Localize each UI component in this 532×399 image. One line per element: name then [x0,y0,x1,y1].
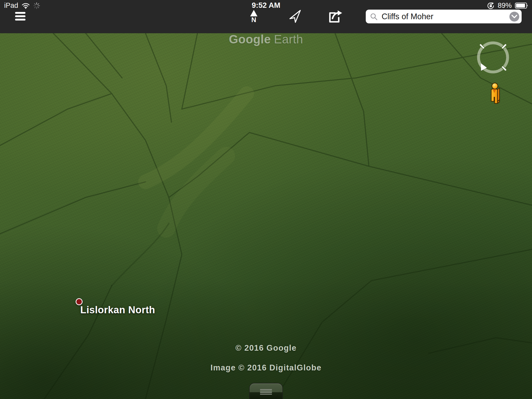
north-arrow-icon [250,10,257,16]
google-earth-app: GoogleEarth [0,0,532,399]
orientation-lock-icon [487,2,495,10]
copyright-google: © 2016 Google [0,343,532,353]
share-icon [327,10,342,23]
search-input[interactable] [381,12,509,22]
search-icon [370,13,377,20]
compass-ring-icon [475,39,511,76]
google-earth-watermark: GoogleEarth [0,32,532,46]
chevron-down-icon [511,15,517,18]
my-location-button[interactable] [287,9,301,23]
pegman-icon[interactable] [489,83,502,104]
watermark-product: Earth [274,32,303,46]
copyright-digitalglobe: Image © 2016 DigitalGlobe [0,363,532,373]
search-dropdown-button[interactable] [509,12,519,22]
compass-control[interactable] [475,39,511,76]
battery-icon [515,2,528,9]
clock: 9:52 AM [0,1,532,10]
north-label: N [247,16,261,23]
hamburger-menu-icon[interactable] [15,12,25,21]
search-box [366,10,522,23]
status-bar: iPad [0,0,532,10]
reset-north-button[interactable]: N [247,10,261,23]
watermark-brand: Google [229,32,271,46]
place-marker-dot-icon[interactable] [76,298,83,305]
location-arrow-icon [287,9,301,23]
place-label: Lislorkan North [80,304,155,316]
grip-lines-icon [260,389,272,395]
map-vignette [0,0,532,399]
share-button[interactable] [327,10,342,23]
map-viewport[interactable] [0,0,532,399]
navigation-drag-handle[interactable] [249,383,283,399]
battery-percent-label: 89% [498,2,512,10]
top-bar: iPad [0,0,532,33]
